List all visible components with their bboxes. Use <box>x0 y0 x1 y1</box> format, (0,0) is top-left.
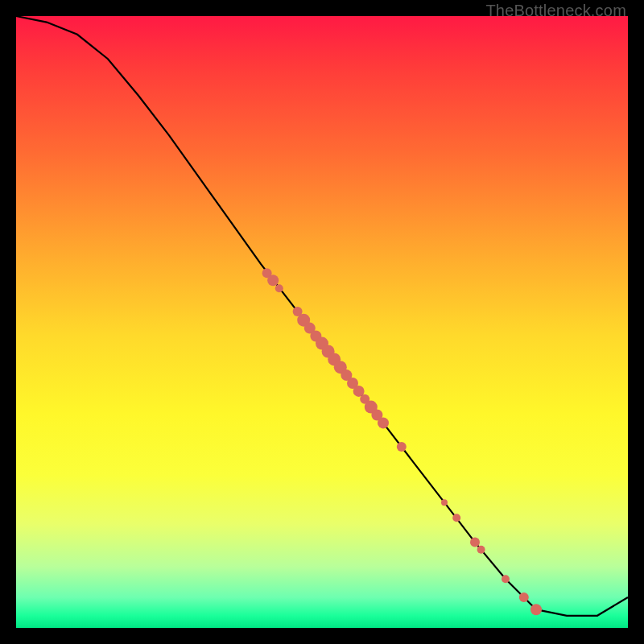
data-point <box>502 575 510 583</box>
chart-overlay <box>16 16 628 628</box>
data-point <box>470 538 480 547</box>
chart-container: TheBottleneck.com <box>0 0 644 644</box>
data-point <box>519 592 529 602</box>
data-point <box>477 546 485 554</box>
data-point <box>267 275 279 286</box>
data-point <box>275 284 283 292</box>
data-point <box>452 514 460 522</box>
data-points-group <box>262 268 542 615</box>
data-point <box>441 499 448 506</box>
data-point <box>530 604 542 615</box>
data-point <box>397 442 407 452</box>
data-point <box>378 417 389 428</box>
bottleneck-curve <box>16 16 628 616</box>
